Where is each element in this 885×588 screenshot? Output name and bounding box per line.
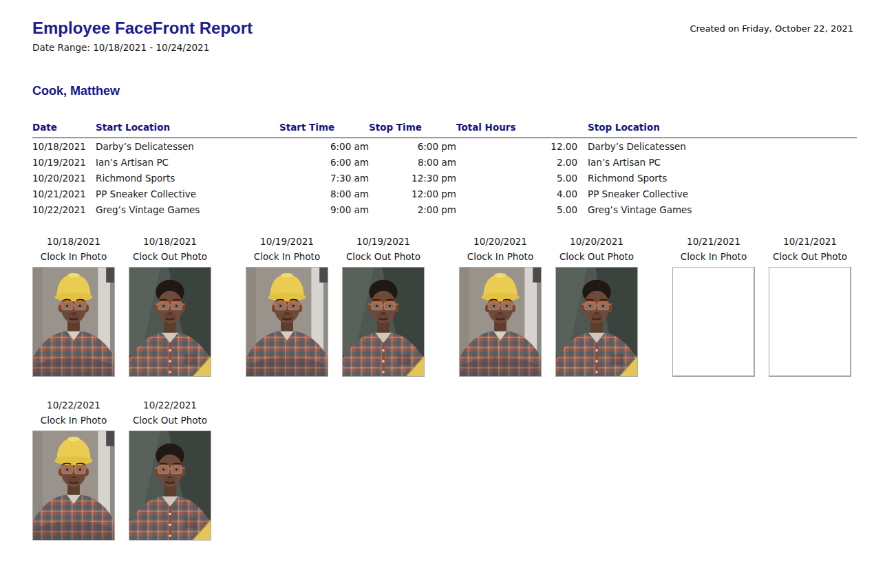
report-header-left: Employee FaceFront Report Date Range: 10… bbox=[32, 19, 253, 53]
empty-photo-frame bbox=[769, 267, 851, 377]
table-row: 10/21/2021 PP Sneaker Collective 8:00 am… bbox=[32, 186, 857, 202]
photo-date: 10/19/2021 bbox=[342, 234, 425, 249]
cell-stop-location: Richmond Sports bbox=[577, 170, 857, 186]
photo-label: Clock In Photo bbox=[672, 249, 755, 264]
cell-stop-location: Greg’s Vintage Games bbox=[577, 202, 857, 217]
timesheet-table: Date Start Location Start Time Stop Time… bbox=[32, 122, 857, 217]
cell-date: 10/18/2021 bbox=[32, 138, 96, 155]
col-header-date: Date bbox=[32, 122, 96, 138]
cell-date: 10/22/2021 bbox=[32, 202, 96, 217]
cell-start-location: Richmond Sports bbox=[96, 170, 279, 186]
photo-label: Clock Out Photo bbox=[129, 249, 211, 264]
photo-date: 10/21/2021 bbox=[672, 234, 755, 249]
cell-stop-time: 12:00 pm bbox=[369, 186, 456, 202]
photo-date: 10/18/2021 bbox=[129, 234, 211, 249]
photo-date: 10/21/2021 bbox=[769, 234, 851, 249]
cell-total-hours: 2.00 bbox=[456, 154, 577, 170]
employee-name: Cook, Matthew bbox=[32, 85, 853, 98]
cell-total-hours: 5.00 bbox=[456, 170, 577, 186]
photo-label: Clock In Photo bbox=[32, 249, 115, 264]
timesheet-table-header: Date Start Location Start Time Stop Time… bbox=[32, 122, 857, 138]
photo-label: Clock In Photo bbox=[32, 413, 115, 428]
cell-total-hours: 5.00 bbox=[456, 202, 577, 217]
clock-out-photo bbox=[342, 267, 425, 377]
cell-stop-time: 12:30 pm bbox=[369, 170, 456, 186]
photo-cell: 10/21/2021 Clock Out Photo bbox=[769, 234, 851, 377]
cell-date: 10/21/2021 bbox=[32, 186, 96, 202]
cell-stop-location: Ian’s Artisan PC bbox=[577, 154, 857, 170]
photo-pair: 10/19/2021 Clock In Photo 10/19/2021 Clo… bbox=[246, 234, 425, 377]
col-header-stop-time: Stop Time bbox=[369, 122, 456, 138]
clock-in-photo bbox=[246, 267, 328, 377]
report-page: Employee FaceFront Report Date Range: 10… bbox=[0, 0, 885, 541]
date-range-label: Date Range: 10/18/2021 - 10/24/2021 bbox=[32, 42, 253, 53]
clock-out-photo bbox=[555, 267, 638, 377]
page-title: Employee FaceFront Report bbox=[32, 19, 253, 37]
photo-cell: 10/20/2021 Clock Out Photo bbox=[555, 234, 638, 377]
table-row: 10/22/2021 Greg’s Vintage Games 9:00 am … bbox=[32, 202, 857, 217]
clock-in-photo bbox=[32, 431, 115, 541]
photo-cell: 10/18/2021 Clock Out Photo bbox=[129, 234, 211, 377]
cell-start-time: 7:30 am bbox=[279, 170, 369, 186]
clock-out-photo bbox=[129, 431, 211, 541]
clock-out-photo bbox=[129, 267, 211, 377]
cell-stop-location: Darby’s Delicatessen bbox=[577, 138, 857, 155]
photo-label: Clock Out Photo bbox=[769, 249, 851, 264]
photo-date: 10/18/2021 bbox=[32, 234, 115, 249]
cell-start-time: 6:00 am bbox=[279, 154, 369, 170]
table-row: 10/20/2021 Richmond Sports 7:30 am 12:30… bbox=[32, 170, 857, 186]
empty-photo-frame bbox=[672, 267, 755, 377]
table-row: 10/19/2021 Ian’s Artisan PC 6:00 am 8:00… bbox=[32, 154, 857, 170]
cell-date: 10/19/2021 bbox=[32, 154, 96, 170]
photo-date: 10/19/2021 bbox=[246, 234, 328, 249]
cell-start-location: Greg’s Vintage Games bbox=[96, 202, 279, 217]
photo-cell: 10/22/2021 Clock In Photo bbox=[32, 398, 115, 541]
photo-cell: 10/19/2021 Clock Out Photo bbox=[342, 234, 425, 377]
cell-stop-location: PP Sneaker Collective bbox=[577, 186, 857, 202]
photo-label: Clock Out Photo bbox=[555, 249, 638, 264]
cell-total-hours: 12.00 bbox=[456, 138, 577, 155]
cell-stop-time: 2:00 pm bbox=[369, 202, 456, 217]
photo-label: Clock Out Photo bbox=[129, 413, 211, 428]
cell-start-time: 6:00 am bbox=[279, 138, 369, 155]
photo-label: Clock Out Photo bbox=[342, 249, 425, 264]
cell-date: 10/20/2021 bbox=[32, 170, 96, 186]
created-on-label: Created on Friday, October 22, 2021 bbox=[690, 19, 853, 34]
photo-label: Clock In Photo bbox=[246, 249, 328, 264]
photo-cell: 10/22/2021 Clock Out Photo bbox=[129, 398, 211, 541]
cell-start-time: 8:00 am bbox=[279, 186, 369, 202]
photo-pair: 10/21/2021 Clock In Photo 10/21/2021 Clo… bbox=[672, 234, 851, 377]
cell-start-location: Darby’s Delicatessen bbox=[96, 138, 279, 155]
cell-stop-time: 8:00 am bbox=[369, 154, 456, 170]
col-header-total-hours: Total Hours bbox=[456, 122, 577, 138]
photo-label: Clock In Photo bbox=[459, 249, 542, 264]
photo-date: 10/22/2021 bbox=[32, 398, 115, 413]
table-row: 10/18/2021 Darby’s Delicatessen 6:00 am … bbox=[32, 138, 857, 155]
cell-start-location: PP Sneaker Collective bbox=[96, 186, 279, 202]
cell-stop-time: 6:00 pm bbox=[369, 138, 456, 155]
photo-cell: 10/21/2021 Clock In Photo bbox=[672, 234, 755, 377]
col-header-start-time: Start Time bbox=[279, 122, 369, 138]
col-header-stop-location: Stop Location bbox=[577, 122, 857, 138]
photo-pair: 10/18/2021 Clock In Photo 10/18/2021 Clo… bbox=[32, 234, 211, 377]
photo-cell: 10/20/2021 Clock In Photo bbox=[459, 234, 542, 377]
photo-pair: 10/22/2021 Clock In Photo 10/22/2021 Clo… bbox=[32, 398, 211, 541]
cell-start-location: Ian’s Artisan PC bbox=[96, 154, 279, 170]
cell-start-time: 9:00 am bbox=[279, 202, 369, 217]
clock-in-photo bbox=[459, 267, 542, 377]
photo-cell: 10/18/2021 Clock In Photo bbox=[32, 234, 115, 377]
photo-date: 10/22/2021 bbox=[129, 398, 211, 413]
photo-grid: 10/18/2021 Clock In Photo 10/18/2021 Clo… bbox=[32, 234, 854, 541]
photo-date: 10/20/2021 bbox=[459, 234, 542, 249]
photo-pair: 10/20/2021 Clock In Photo 10/20/2021 Clo… bbox=[459, 234, 638, 377]
clock-in-photo bbox=[32, 267, 115, 377]
report-header: Employee FaceFront Report Date Range: 10… bbox=[32, 19, 853, 53]
col-header-start-location: Start Location bbox=[96, 122, 279, 138]
photo-date: 10/20/2021 bbox=[555, 234, 638, 249]
cell-total-hours: 4.00 bbox=[456, 186, 577, 202]
photo-cell: 10/19/2021 Clock In Photo bbox=[246, 234, 328, 377]
